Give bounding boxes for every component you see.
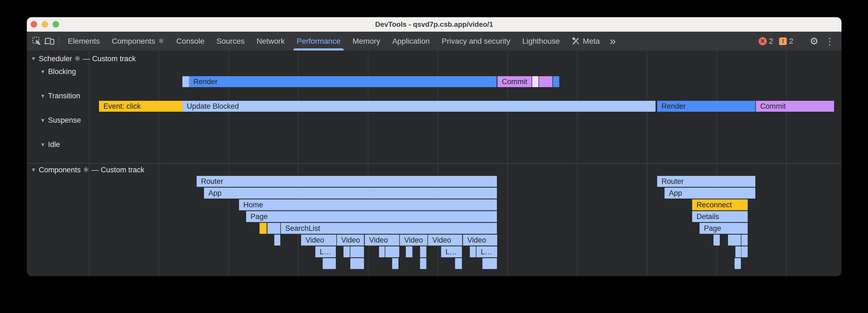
flame-bar[interactable] [483,258,497,269]
tab-performance[interactable]: Performance [291,32,346,50]
flame-bar-label: Video [428,236,451,244]
collapse-triangle-icon: ▼ [31,56,36,62]
screenshot-background: DevTools - qsvd7p.csb.app/video/1 [0,0,868,313]
flame-bar[interactable] [385,246,399,257]
scheduler-track-header[interactable]: ▼ Scheduler ⚛ — Custom track [31,54,136,63]
flame-bar-render[interactable]: Render [189,76,497,87]
tab-components[interactable]: Components⚛ [106,32,170,50]
flame-bar-page[interactable]: Page [700,223,748,234]
tab-meta[interactable]: Meta [566,32,606,50]
tools-icon [572,37,580,45]
flame-bar[interactable] [323,258,336,269]
panel-tabs: ElementsComponents⚛ConsoleSourcesNetwork… [62,32,606,50]
flame-bar[interactable] [406,246,412,257]
settings-gear-icon[interactable]: ⚙ [805,35,823,47]
flame-bar-app[interactable]: App [204,188,497,199]
flame-bar[interactable] [553,76,559,87]
flame-bar[interactable] [713,235,720,246]
flame-bar[interactable] [259,223,267,234]
toolbar-divider [59,36,59,46]
more-tabs-button[interactable]: » [606,32,618,50]
flame-bar[interactable] [539,76,552,87]
tab-application[interactable]: Application [386,32,436,50]
flame-bar-label: Router [657,177,684,186]
flame-bar[interactable] [735,258,741,269]
flame-bar[interactable] [350,258,364,269]
flame-bar-commit[interactable]: Commit [497,76,532,87]
console-errors-badge[interactable]: ✕ 2 [758,37,773,46]
flame-bar-app[interactable]: App [664,188,755,199]
flame-bar[interactable] [182,76,189,87]
flame-bar-video[interactable]: Video [400,235,428,246]
tab-network[interactable]: Network [250,32,291,50]
flame-bar-l-[interactable]: L… [315,246,336,257]
flame-bar-label: Page [700,224,721,233]
close-button[interactable] [31,21,37,28]
lane-idle[interactable]: ▼Idle [40,140,60,149]
flame-bar-router[interactable]: Router [657,176,755,187]
flame-bar-searchlist[interactable]: SearchList [281,223,497,234]
flame-bar-event-click[interactable]: Event: click [99,101,182,112]
flame-bar-update-blocked[interactable]: Update Blocked [182,101,655,112]
tab-sources[interactable]: Sources [211,32,251,50]
lane-suspense[interactable]: ▼Suspense [40,116,81,125]
minimize-button[interactable] [41,21,48,28]
tab-label: Lighthouse [522,37,560,46]
flame-bar-home[interactable]: Home [239,199,497,210]
flame-bar-l-[interactable]: L… [441,246,462,257]
flame-bar-label: Reconnect [692,201,732,209]
flame-bar-video[interactable]: Video [463,235,497,246]
flame-bar[interactable] [420,258,426,269]
flame-bar-label: Render [657,102,686,111]
flame-bar[interactable] [392,258,398,269]
flame-bar-label: App [204,189,221,198]
tab-console[interactable]: Console [170,32,211,50]
flame-bar[interactable] [274,235,280,246]
flame-bar-details[interactable]: Details [692,211,748,222]
flame-bar-video[interactable]: Video [428,235,462,246]
flame-bar-video[interactable]: Video [337,235,364,246]
flame-bar-page[interactable]: Page [246,211,497,222]
flame-bar-reconnect[interactable]: Reconnect [692,199,748,210]
tab-memory[interactable]: Memory [346,32,386,50]
tab-label: Performance [297,37,340,46]
flame-bar[interactable] [741,235,748,246]
flame-bar-label: Commit [756,102,786,111]
flame-bar[interactable] [470,246,476,257]
device-toolbar-icon[interactable] [43,32,56,50]
tab-elements[interactable]: Elements [62,32,106,50]
flame-bar[interactable] [735,246,741,257]
flame-bar-video[interactable]: Video [301,235,336,246]
flame-bar-router[interactable]: Router [197,176,497,187]
tab-privacy-and-security[interactable]: Privacy and security [436,32,516,50]
flame-bar-label: Event: click [99,102,141,111]
issues-badge[interactable]: ! 2 [779,37,793,46]
flame-bar-l-[interactable]: L… [476,246,497,257]
flame-bar[interactable] [532,76,538,87]
lane-blocking[interactable]: ▼Blocking [40,67,76,76]
issue-count: 2 [789,37,793,46]
flame-bar[interactable] [343,246,350,257]
flame-bar-commit[interactable]: Commit [756,101,834,112]
lane-transition[interactable]: ▼Transition [40,92,80,100]
flame-bar-video[interactable]: Video [365,235,399,246]
flame-bar[interactable] [728,235,741,246]
flame-bar-label: Video [301,236,324,244]
flame-bar[interactable] [455,258,462,269]
zoom-button[interactable] [53,21,59,28]
components-track-header[interactable]: ▼ Components ⚛ — Custom track [31,166,145,174]
flame-bar-render[interactable]: Render [657,101,755,112]
more-options-icon[interactable]: ⋮ [823,36,837,47]
tab-lighthouse[interactable]: Lighthouse [516,32,566,50]
flame-bar[interactable] [268,223,280,234]
flame-bar[interactable] [350,246,364,257]
flame-bar-label: Home [239,201,263,209]
tab-label: Application [392,37,430,46]
tab-label: Console [176,37,205,46]
flame-bar[interactable] [420,246,426,257]
inspect-icon[interactable] [31,32,43,50]
flame-bar[interactable] [741,246,748,257]
tab-label: Elements [68,37,100,46]
flame-bar[interactable] [379,246,385,257]
lane-label: Blocking [48,67,76,76]
